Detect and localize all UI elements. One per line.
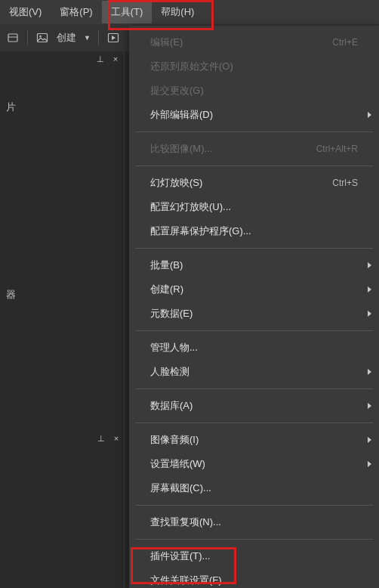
- menubar-help[interactable]: 帮助(H): [152, 1, 203, 23]
- close-icon[interactable]: ×: [110, 54, 121, 63]
- tools-dropdown: 编辑(E) Ctrl+E 还原到原始文件(O) 提交更改(G) 外部编辑器(D)…: [129, 26, 379, 588]
- chevron-right-icon: [368, 461, 371, 467]
- menu-edit: 编辑(E) Ctrl+E: [129, 30, 379, 54]
- menu-create[interactable]: 创建(R): [129, 277, 379, 302]
- dropdown-arrow-icon[interactable]: ▼: [84, 34, 91, 42]
- chevron-right-icon: [368, 403, 371, 409]
- menu-metadata[interactable]: 元数据(E): [129, 302, 379, 326]
- menu-batch[interactable]: 批量(B): [129, 253, 379, 277]
- pin-icon-2[interactable]: ⊥: [96, 434, 106, 444]
- chevron-right-icon: [368, 437, 371, 443]
- menu-face-detect[interactable]: 人脸检测: [129, 360, 379, 384]
- menu-separator: [135, 166, 373, 166]
- menubar-pane[interactable]: 窗格(P): [51, 1, 101, 23]
- menu-separator: [135, 388, 373, 389]
- menu-separator: [135, 330, 373, 331]
- toolbar-sep-2: [98, 30, 99, 45]
- chevron-right-icon: [368, 286, 371, 292]
- svg-point-2: [39, 36, 42, 38]
- menu-audio[interactable]: 图像音频(I): [129, 428, 379, 452]
- close-icon-2[interactable]: ×: [111, 434, 122, 443]
- menu-database[interactable]: 数据库(A): [129, 394, 379, 418]
- menu-config-slideshow[interactable]: 配置幻灯放映(U)...: [129, 195, 379, 219]
- menu-file-assoc[interactable]: 文件关联设置(F)...: [129, 568, 379, 588]
- menu-compare: 比较图像(M)... Ctrl+Alt+R: [129, 137, 379, 161]
- menubar: 视图(V) 窗格(P) 工具(T) 帮助(H): [0, 0, 379, 24]
- menu-duplicate[interactable]: 查找重复项(N)...: [129, 510, 379, 534]
- menu-people[interactable]: 管理人物...: [129, 336, 379, 360]
- menu-restore: 还原到原始文件(O): [129, 54, 379, 79]
- svg-rect-1: [38, 34, 48, 42]
- pin-icon[interactable]: ⊥: [95, 54, 106, 64]
- menu-screenshot[interactable]: 屏幕截图(C)...: [129, 476, 379, 500]
- image-icon[interactable]: [35, 31, 49, 45]
- panel-header-1: ⊥ ×: [0, 51, 124, 67]
- menu-separator: [135, 248, 373, 249]
- menu-separator: [135, 505, 373, 506]
- panel-header-2: ⊥ ×: [0, 431, 125, 446]
- menu-wallpaper[interactable]: 设置墙纸(W): [129, 452, 379, 476]
- menubar-view[interactable]: 视图(V): [0, 1, 51, 23]
- toolbar-icon-1[interactable]: [6, 31, 20, 45]
- left-panel: ⊥ × 片 器: [0, 51, 125, 588]
- menubar-tools[interactable]: 工具(T): [102, 1, 153, 23]
- chevron-right-icon: [368, 369, 371, 375]
- menu-separator: [135, 422, 373, 423]
- toolbar-create-label[interactable]: 创建: [57, 31, 76, 45]
- chevron-right-icon: [368, 311, 371, 317]
- svg-rect-0: [8, 34, 17, 42]
- menu-slideshow[interactable]: 幻灯放映(S) Ctrl+S: [129, 171, 379, 195]
- play-icon[interactable]: [106, 31, 120, 45]
- menu-external-editor[interactable]: 外部编辑器(D): [129, 103, 379, 127]
- menu-separator: [135, 132, 373, 132]
- menu-separator: [135, 539, 373, 540]
- left-tab-2[interactable]: 器: [6, 288, 118, 302]
- menu-screensaver[interactable]: 配置屏幕保护程序(G)...: [129, 219, 379, 243]
- left-tab-1[interactable]: 片: [0, 89, 124, 114]
- chevron-right-icon: [368, 262, 371, 268]
- menu-plugin[interactable]: 插件设置(T)...: [129, 544, 379, 568]
- toolbar-sep-1: [27, 30, 28, 45]
- menu-commit: 提交更改(G): [129, 79, 379, 103]
- chevron-right-icon: [368, 112, 371, 118]
